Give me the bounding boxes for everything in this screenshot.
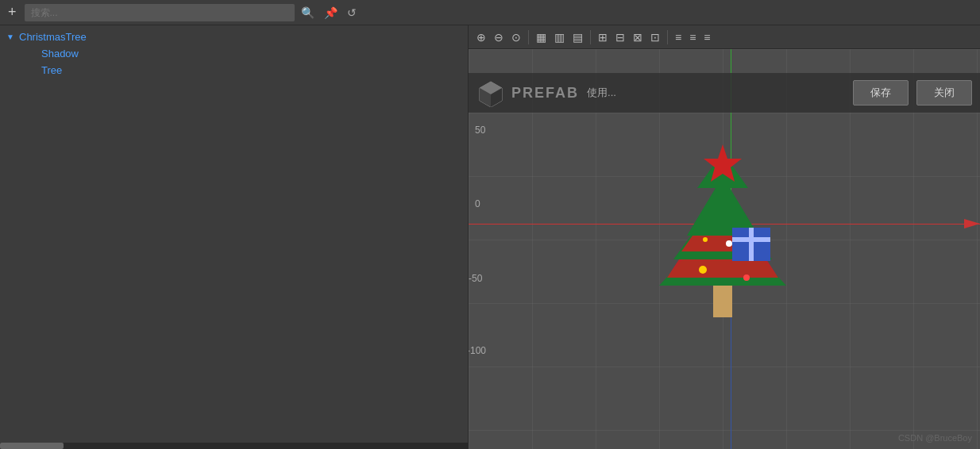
search-input[interactable] <box>25 4 295 21</box>
grid-icon-3[interactable]: ▤ <box>569 29 586 45</box>
coord-0: 0 <box>475 198 480 209</box>
layout-icon-3[interactable]: ⊠ <box>630 29 646 45</box>
svg-rect-0 <box>713 286 732 317</box>
layout-icon-4[interactable]: ⊡ <box>647 29 663 45</box>
scrollbar-thumb[interactable] <box>0 443 64 449</box>
zoom-in-icon[interactable]: ⊕ <box>473 29 489 45</box>
separator-2 <box>590 30 591 44</box>
svg-rect-10 <box>749 228 754 261</box>
prefab-title: PREFAB <box>511 85 579 102</box>
prefab-save-button[interactable]: 保存 <box>853 80 909 106</box>
prefab-header: PREFAB 使用... 保存 关闭 <box>469 73 980 113</box>
svg-marker-2 <box>667 259 778 278</box>
hierarchy-item-shadow[interactable]: Shadow <box>0 45 468 62</box>
add-button[interactable]: + <box>3 2 21 22</box>
prefab-logo: PREFAB <box>476 79 579 107</box>
hierarchy-item-tree[interactable]: Tree <box>0 62 468 79</box>
svg-point-14 <box>703 237 708 242</box>
scene-canvas[interactable]: 50 0 -50 -100 <box>469 49 980 449</box>
svg-point-11 <box>699 266 707 274</box>
layout-icon-1[interactable]: ⊞ <box>595 29 611 45</box>
top-toolbar: + 🔍 📌 ↺ <box>0 0 980 25</box>
expand-arrow: ▼ <box>6 33 16 41</box>
grid-icon-2[interactable]: ▥ <box>551 29 568 45</box>
refresh-icon[interactable]: ↺ <box>344 5 360 21</box>
zoom-out-icon[interactable]: ⊖ <box>491 29 507 45</box>
item-label-shadow: Shadow <box>41 48 79 59</box>
align-icon-2[interactable]: ≡ <box>686 29 699 45</box>
hierarchy-list: ▼ ChristmasTree Shadow Tree <box>0 25 468 443</box>
align-icon-3[interactable]: ≡ <box>700 29 713 45</box>
coord-50: 50 <box>475 125 485 136</box>
main-layout: ▼ ChristmasTree Shadow Tree ⊕ ⊖ ⊙ <box>0 25 980 449</box>
pin-icon[interactable]: 📌 <box>321 5 341 21</box>
search-icon[interactable]: 🔍 <box>298 5 318 21</box>
prefab-cube-icon <box>476 79 505 107</box>
layout-icon-2[interactable]: ⊟ <box>612 29 628 45</box>
fit-view-icon[interactable]: ⊙ <box>508 29 524 45</box>
left-panel-scrollbar[interactable] <box>0 443 468 449</box>
item-label-tree: Tree <box>41 64 62 76</box>
watermark: CSDN @BruceBoy <box>898 433 972 443</box>
separator-1 <box>528 30 529 44</box>
svg-point-13 <box>726 240 732 247</box>
grid-icon-1[interactable]: ▦ <box>533 29 550 45</box>
hierarchy-panel: ▼ ChristmasTree Shadow Tree <box>0 25 469 449</box>
prefab-description: 使用... <box>587 86 845 100</box>
scene-panel: ⊕ ⊖ ⊙ ▦ ▥ ▤ ⊞ ⊟ ⊠ ⊡ ≡ ≡ ≡ 50 <box>469 25 980 449</box>
scene-toolbar: ⊕ ⊖ ⊙ ▦ ▥ ▤ ⊞ ⊟ ⊠ ⊡ ≡ ≡ ≡ <box>469 25 980 49</box>
item-label-christmastree: ChristmasTree <box>19 31 87 43</box>
prefab-close-button[interactable]: 关闭 <box>916 80 972 106</box>
separator-3 <box>667 30 668 44</box>
align-icon-1[interactable]: ≡ <box>672 29 685 45</box>
coord-neg100: -100 <box>469 345 486 356</box>
hierarchy-item-christmastree[interactable]: ▼ ChristmasTree <box>0 29 468 45</box>
svg-point-12 <box>743 274 750 281</box>
coord-neg50: -50 <box>469 273 482 284</box>
